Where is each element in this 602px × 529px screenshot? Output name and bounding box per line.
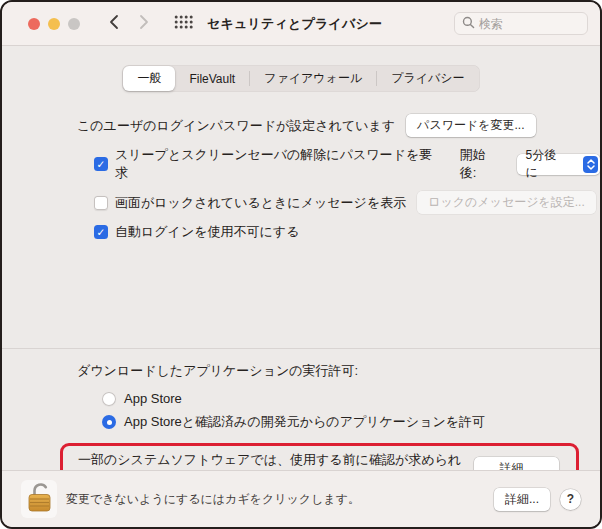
password-status-text: このユーザのログインパスワードが設定されています bbox=[77, 117, 395, 135]
require-password-label: スリープとスクリーンセーバの解除にパスワードを要求 bbox=[115, 146, 439, 182]
help-button[interactable]: ? bbox=[560, 489, 581, 510]
disable-auto-login-label: 自動ログインを使用不可にする bbox=[115, 223, 299, 241]
identified-developers-label: App Storeと確認済みの開発元からのアプリケーションを許可 bbox=[124, 413, 485, 431]
delay-dropdown-value: 5分後に bbox=[526, 147, 582, 181]
require-password-checkbox[interactable]: ✓ bbox=[94, 157, 108, 171]
auto-login-row: ✓ 自動ログインを使用不可にする bbox=[94, 223, 600, 241]
radio-dot-icon bbox=[107, 420, 112, 425]
check-icon: ✓ bbox=[97, 159, 106, 170]
set-lock-message-button: ロックのメッセージを設定... bbox=[417, 191, 596, 214]
tab-segmented-control: 一般 FileVault ファイアウォール プライバシー bbox=[122, 65, 479, 92]
footer-bar: 変更できないようにするにはカギをクリックします。 詳細... ? bbox=[2, 470, 600, 527]
search-input[interactable] bbox=[479, 17, 569, 31]
grid-icon bbox=[174, 15, 193, 32]
tab-general[interactable]: 一般 bbox=[123, 66, 175, 91]
tab-bar: 一般 FileVault ファイアウォール プライバシー bbox=[2, 46, 600, 92]
check-icon: ✓ bbox=[97, 227, 106, 238]
content-pane: 一般 FileVault ファイアウォール プライバシー このユーザのログインパ… bbox=[2, 46, 600, 470]
unlocked-padlock-icon bbox=[26, 481, 53, 515]
advanced-button[interactable]: 詳細... bbox=[494, 488, 550, 511]
downloads-section: ダウンロードしたアプリケーションの実行許可: App Store App Sto… bbox=[2, 362, 600, 431]
window-title: セキュリティとプライバシー bbox=[207, 15, 382, 33]
tab-filevault[interactable]: FileVault bbox=[175, 66, 249, 91]
delay-dropdown[interactable]: 5分後に bbox=[517, 154, 600, 175]
section-divider bbox=[2, 348, 600, 349]
lock-message-label: 画面がロックされているときにメッセージを表示 bbox=[115, 194, 406, 212]
delay-label: 開始後: bbox=[460, 146, 502, 182]
require-password-row: ✓ スリープとスクリーンセーバの解除にパスワードを要求 開始後: 5分後に bbox=[94, 146, 600, 182]
lock-message-checkbox[interactable]: ✓ bbox=[94, 196, 108, 210]
lock-message-row: ✓ 画面がロックされているときにメッセージを表示 ロックのメッセージを設定... bbox=[94, 191, 600, 214]
footer-actions: 詳細... ? bbox=[494, 488, 581, 511]
stepper-icon bbox=[583, 156, 598, 173]
search-icon bbox=[462, 15, 475, 33]
app-store-radio[interactable] bbox=[102, 392, 116, 406]
downloads-heading: ダウンロードしたアプリケーションの実行許可: bbox=[77, 362, 600, 380]
search-field[interactable] bbox=[454, 12, 588, 35]
identified-developers-option-row: App Storeと確認済みの開発元からのアプリケーションを許可 bbox=[102, 413, 600, 431]
identified-developers-radio[interactable] bbox=[102, 415, 116, 429]
app-store-option-row: App Store bbox=[102, 391, 600, 406]
titlebar: セキュリティとプライバシー bbox=[2, 2, 600, 46]
tab-privacy[interactable]: プライバシー bbox=[377, 66, 478, 91]
forward-button bbox=[134, 12, 154, 36]
app-store-label: App Store bbox=[124, 391, 182, 406]
general-settings: このユーザのログインパスワードが設定されています パスワードを変更... ✓ ス… bbox=[2, 114, 600, 241]
close-button[interactable] bbox=[28, 18, 40, 30]
minimize-button[interactable] bbox=[48, 18, 60, 30]
disable-auto-login-checkbox[interactable]: ✓ bbox=[94, 225, 108, 239]
show-all-button[interactable] bbox=[174, 12, 193, 36]
lock-hint-text: 変更できないようにするにはカギをクリックします。 bbox=[66, 491, 360, 508]
change-password-button[interactable]: パスワードを変更... bbox=[406, 114, 535, 137]
zoom-button bbox=[68, 18, 80, 30]
back-button[interactable] bbox=[104, 12, 124, 36]
lock-button[interactable] bbox=[21, 480, 57, 518]
chevron-right-icon bbox=[139, 14, 149, 33]
chevron-left-icon bbox=[109, 14, 119, 33]
login-password-row: このユーザのログインパスワードが設定されています パスワードを変更... bbox=[77, 114, 600, 137]
security-privacy-window: セキュリティとプライバシー 一般 FileVault ファイアウォール プライバ… bbox=[0, 0, 602, 529]
traffic-lights bbox=[28, 18, 80, 30]
tab-firewall[interactable]: ファイアウォール bbox=[250, 66, 376, 91]
